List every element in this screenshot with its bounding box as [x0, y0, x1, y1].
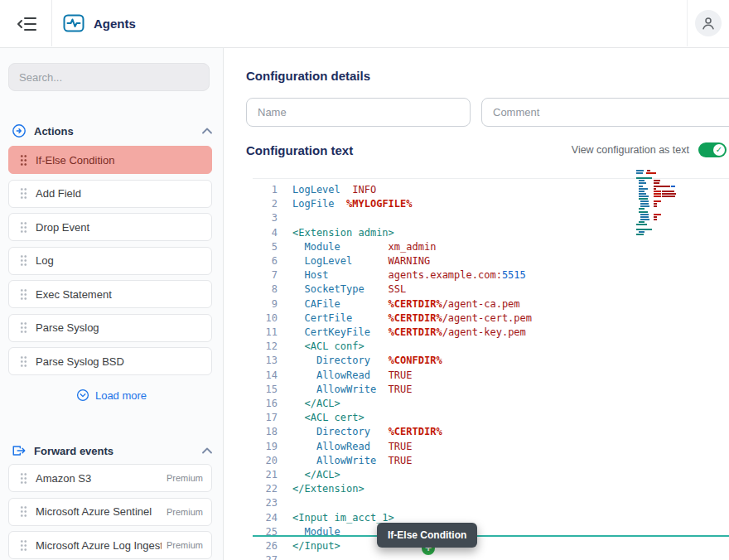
code-token: TRUE	[389, 369, 413, 381]
minimap-row	[636, 205, 694, 207]
code-token: %CERTDIR%	[389, 326, 442, 338]
minimap-token	[636, 170, 644, 171]
load-more-button[interactable]: Load more	[0, 387, 223, 403]
code-token: AllowRead	[316, 369, 370, 381]
drag-handle-icon[interactable]	[20, 505, 27, 518]
sidebar-item-amazon-s3[interactable]: Amazon S3Premium	[8, 464, 212, 492]
line-number: 5	[253, 240, 278, 254]
top-bar: Agents	[0, 0, 729, 48]
minimap-token	[654, 193, 662, 195]
minimap-token	[654, 182, 660, 184]
sidebar-item-parse-syslog-bsd[interactable]: Parse Syslog BSD	[8, 347, 212, 375]
play-circle-icon	[12, 123, 27, 138]
minimap-token	[654, 205, 657, 207]
minimap-token	[636, 224, 647, 225]
sidebar-item-label: Log	[36, 254, 203, 267]
line-number: 3	[253, 211, 278, 225]
minimap-row	[636, 203, 694, 205]
code-token	[352, 312, 388, 324]
code-token	[376, 384, 388, 395]
sidebar-item-microsoft-azure-sentinel[interactable]: Microsoft Azure SentinelPremium	[8, 498, 212, 526]
sidebar-item-label: Amazon S3	[36, 472, 162, 485]
minimap-token	[671, 186, 674, 187]
toggle-check-icon: ✓	[713, 144, 725, 156]
code-token: SSL	[389, 283, 407, 295]
sidebar-item-drop-event[interactable]: Drop Event	[8, 213, 212, 241]
drag-handle-icon[interactable]	[20, 472, 27, 485]
code-token: Host	[304, 269, 328, 281]
code-text: <ACL cert>	[292, 411, 364, 425]
code-token: Directory	[316, 355, 370, 366]
minimap-token	[636, 234, 644, 235]
search-input[interactable]	[8, 63, 210, 91]
chevron-up-icon[interactable]	[202, 128, 212, 134]
code-token	[340, 241, 389, 253]
minimap-token	[636, 193, 638, 195]
minimap-token	[654, 180, 661, 181]
minimap-token	[639, 186, 642, 187]
minimap-token	[636, 196, 638, 197]
section-header-forward-events[interactable]: Forward events	[12, 442, 212, 459]
user-avatar-button[interactable]	[695, 10, 722, 36]
section-header-actions[interactable]: Actions	[12, 123, 212, 139]
minimap-token	[639, 191, 645, 192]
minimap-row	[636, 182, 694, 184]
drag-handle-icon[interactable]	[20, 187, 27, 200]
sidebar-item-if-else-condition[interactable]: If-Else Condition	[8, 146, 212, 174]
section-label: Forward events	[34, 445, 195, 457]
code-text: Host agents.example.com:5515	[292, 268, 526, 282]
sidebar-item-parse-syslog[interactable]: Parse Syslog	[8, 314, 212, 342]
minimap-token	[636, 229, 652, 230]
drag-handle-icon[interactable]	[20, 221, 27, 234]
minimap-token	[654, 219, 657, 220]
sidebar-toggle-button[interactable]	[12, 12, 43, 36]
minimap-row	[636, 196, 694, 197]
code-token: /agent-ca.pem	[442, 298, 520, 310]
code-token: AllowWrite	[316, 384, 376, 395]
code-text: </ACL>	[292, 397, 340, 411]
minimap-token	[636, 182, 638, 184]
code-token: Directory	[316, 426, 370, 437]
minimap-token	[649, 216, 652, 218]
editor-minimap[interactable]	[636, 170, 694, 243]
code-token: </Extension>	[292, 483, 364, 495]
name-field[interactable]	[246, 98, 471, 127]
code-token	[292, 441, 316, 452]
code-token: CertKeyFile	[304, 326, 369, 338]
drag-handle-icon[interactable]	[20, 288, 27, 301]
sidebar-item-add-field[interactable]: Add Field	[8, 180, 212, 208]
line-number: 19	[253, 440, 278, 454]
minimap-token	[636, 205, 640, 207]
code-token: AllowRead	[316, 441, 370, 452]
drag-handle-icon[interactable]	[20, 355, 27, 368]
minimap-token	[644, 186, 653, 187]
view-as-text-toggle[interactable]: ✓	[698, 142, 727, 157]
drag-handle-icon[interactable]	[20, 539, 27, 552]
drag-handle-icon[interactable]	[20, 254, 27, 267]
comment-field[interactable]	[481, 98, 729, 127]
minimap-token	[636, 172, 643, 174]
code-line: 17 <ACL cert>	[253, 411, 729, 425]
minimap-row	[636, 219, 694, 220]
sidebar-item-microsoft-azure-log-ingestion[interactable]: Microsoft Azure Log IngestionPremium	[8, 531, 212, 559]
drag-preview[interactable]: If-Else Condition	[377, 523, 477, 548]
minimap-row	[636, 229, 694, 230]
minimap-token	[640, 200, 649, 202]
sidebar-item-exec-statement[interactable]: Exec Statement	[8, 280, 212, 308]
code-line: 20 AllowWrite TRUE	[253, 454, 729, 468]
sidebar-item-label: Drop Event	[36, 221, 203, 234]
minimap-token	[636, 211, 638, 213]
code-token: <Extension admin>	[292, 227, 394, 239]
app-brand: Agents	[62, 12, 136, 35]
code-token: %CERTDIR%	[389, 312, 442, 324]
chevron-up-icon[interactable]	[202, 447, 212, 454]
drag-handle-icon[interactable]	[20, 154, 27, 167]
code-token	[335, 198, 346, 210]
premium-badge: Premium	[167, 473, 203, 483]
code-token	[370, 355, 389, 366]
code-token: %MYLOGFILE%	[346, 198, 412, 210]
sidebar-item-log[interactable]: Log	[8, 247, 212, 275]
drag-handle-icon[interactable]	[20, 321, 27, 334]
premium-badge: Premium	[167, 540, 203, 550]
minimap-token	[654, 191, 662, 192]
